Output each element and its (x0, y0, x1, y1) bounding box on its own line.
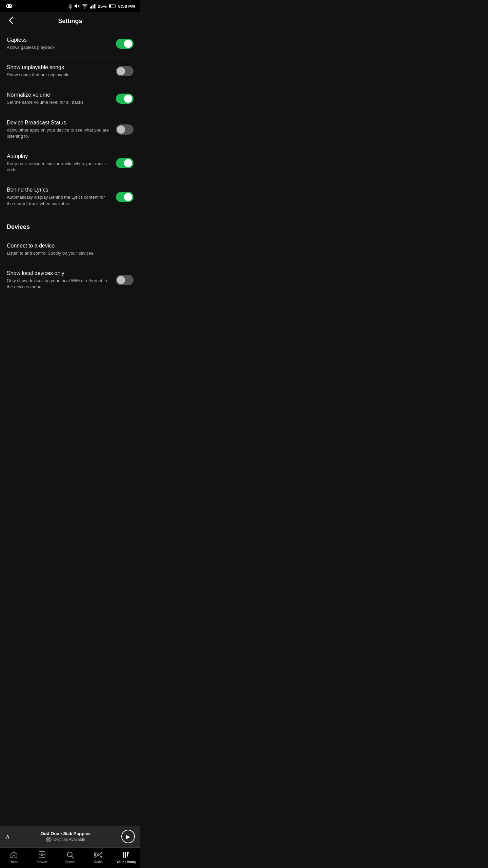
devices-section-title: Devices (7, 223, 30, 230)
svg-rect-11 (93, 5, 94, 8)
setting-local-devices-text: Show local devices only Only show device… (7, 270, 109, 290)
setting-behind-lyrics-text: Behind the Lyrics Automatically display … (7, 187, 109, 206)
setting-connect-device-title: Connect to a device (7, 243, 127, 249)
setting-local-devices-desc: Only show devices on your local WiFi or … (7, 278, 109, 290)
setting-autoplay-text: Autoplay Keep on listening to similar tr… (7, 153, 109, 173)
gapless-toggle[interactable] (116, 39, 134, 49)
time: 8:58 PM (118, 4, 135, 9)
svg-point-4 (11, 6, 12, 6)
signal-icon (90, 4, 96, 8)
autoplay-toggle[interactable] (116, 158, 134, 168)
setting-connect-device-desc: Listen to and control Spotify on your de… (7, 250, 127, 256)
setting-normalize-volume[interactable]: Normalize volume Set the same volume lev… (7, 85, 134, 113)
setting-gapless-title: Gapless (7, 37, 109, 43)
svg-marker-5 (75, 4, 77, 8)
local-devices-toggle[interactable] (116, 275, 134, 285)
setting-show-unplayable-title: Show unplayable songs (7, 64, 109, 71)
setting-gapless[interactable]: Gapless Allows gapless playback (7, 30, 134, 58)
back-button[interactable] (7, 14, 16, 28)
settings-header: Settings (0, 12, 140, 30)
bluetooth-icon (68, 3, 72, 9)
battery-icon (109, 4, 116, 8)
setting-connect-device[interactable]: Connect to a device Listen to and contro… (7, 236, 134, 263)
setting-behind-lyrics-desc: Automatically display Behind the Lyrics … (7, 194, 109, 206)
devices-section-header: Devices (7, 214, 134, 236)
setting-behind-lyrics[interactable]: Behind the Lyrics Automatically display … (7, 180, 134, 214)
battery-percentage: 25% (98, 4, 107, 9)
page-title: Settings (58, 18, 82, 25)
setting-local-devices[interactable]: Show local devices only Only show device… (7, 263, 134, 297)
setting-behind-lyrics-title: Behind the Lyrics (7, 187, 109, 193)
wifi-icon (82, 4, 88, 8)
setting-show-unplayable-desc: Show songs that are unplayable. (7, 72, 109, 78)
svg-point-3 (10, 5, 11, 6)
svg-point-8 (84, 8, 85, 9)
setting-device-broadcast-desc: Allow other apps on your device to see w… (7, 127, 109, 139)
setting-autoplay-desc: Keep on listening to similar tracks when… (7, 161, 109, 173)
setting-connect-device-text: Connect to a device Listen to and contro… (7, 243, 127, 256)
device-broadcast-toggle[interactable] (116, 124, 134, 135)
setting-gapless-desc: Allows gapless playback (7, 44, 109, 51)
setting-device-broadcast[interactable]: Device Broadcast Status Allow other apps… (7, 113, 134, 146)
setting-autoplay-title: Autoplay (7, 153, 109, 159)
svg-rect-13 (95, 4, 96, 8)
svg-rect-12 (94, 4, 95, 8)
svg-rect-2 (6, 6, 8, 6)
setting-show-unplayable[interactable]: Show unplayable songs Show songs that ar… (7, 58, 134, 85)
mute-icon (74, 3, 80, 9)
svg-rect-16 (116, 5, 116, 7)
setting-show-unplayable-text: Show unplayable songs Show songs that ar… (7, 64, 109, 78)
status-bar-left (5, 2, 13, 10)
setting-normalize-volume-title: Normalize volume (7, 92, 109, 98)
normalize-volume-toggle[interactable] (116, 94, 134, 104)
setting-autoplay[interactable]: Autoplay Keep on listening to similar tr… (7, 146, 134, 180)
game-controller-icon (5, 2, 13, 10)
behind-lyrics-toggle[interactable] (116, 192, 134, 202)
svg-rect-15 (109, 5, 111, 7)
setting-local-devices-title: Show local devices only (7, 270, 109, 276)
status-bar: 25% 8:58 PM (0, 0, 140, 12)
status-bar-right: 25% 8:58 PM (68, 3, 135, 9)
setting-gapless-text: Gapless Allows gapless playback (7, 37, 109, 51)
setting-device-broadcast-title: Device Broadcast Status (7, 120, 109, 126)
svg-rect-9 (90, 7, 91, 8)
svg-rect-10 (91, 6, 92, 8)
show-unplayable-toggle[interactable] (116, 66, 134, 76)
setting-normalize-volume-text: Normalize volume Set the same volume lev… (7, 92, 109, 105)
settings-content: Gapless Allows gapless playback Show unp… (0, 30, 140, 344)
setting-device-broadcast-text: Device Broadcast Status Allow other apps… (7, 120, 109, 139)
setting-normalize-volume-desc: Set the same volume level for all tracks (7, 99, 109, 105)
